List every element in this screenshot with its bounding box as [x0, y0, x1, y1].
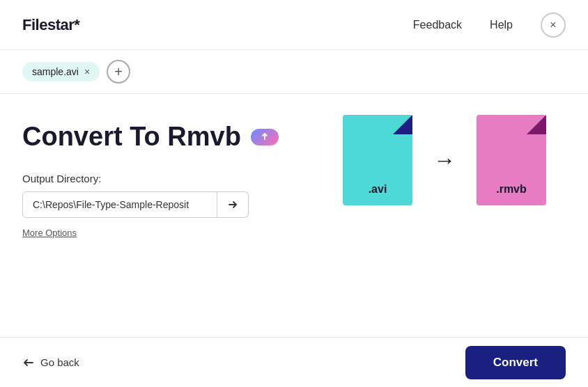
- add-file-button[interactable]: +: [107, 60, 130, 84]
- conversion-illustration: .avi → .rmvb: [343, 115, 546, 205]
- arrow-left-icon: [22, 356, 35, 369]
- avi-corner: [393, 115, 412, 134]
- footer: Go back Convert: [0, 337, 588, 387]
- file-tabs-bar: sample.avi × +: [0, 50, 588, 94]
- file-tag-close-button[interactable]: ×: [84, 67, 90, 77]
- close-icon: ×: [550, 19, 556, 31]
- target-file-card: .rmvb: [477, 115, 546, 205]
- title-badge: [251, 129, 279, 145]
- main-content: Convert To Rmvb Output Directory: More O…: [0, 94, 588, 337]
- conversion-arrow-icon: →: [433, 148, 456, 173]
- file-tag: sample.avi ×: [22, 62, 100, 81]
- upload-icon: [259, 132, 270, 143]
- page-title-text: Convert To Rmvb: [22, 122, 241, 152]
- more-options-link[interactable]: More Options: [22, 228, 77, 238]
- rmvb-corner: [527, 115, 546, 134]
- target-file-ext: .rmvb: [496, 183, 527, 196]
- feedback-link[interactable]: Feedback: [413, 19, 462, 31]
- source-file-ext: .avi: [369, 183, 387, 196]
- help-link[interactable]: Help: [490, 19, 513, 31]
- header-nav: Feedback Help ×: [413, 13, 566, 38]
- go-back-label: Go back: [40, 356, 79, 368]
- file-tag-label: sample.avi: [32, 66, 79, 77]
- app-logo: Filestar*: [22, 16, 79, 34]
- convert-button[interactable]: Convert: [465, 346, 566, 379]
- output-browse-button[interactable]: [217, 191, 249, 218]
- output-directory-input[interactable]: [22, 191, 217, 218]
- source-file-card: .avi: [343, 115, 412, 205]
- plus-icon: +: [114, 64, 123, 80]
- close-button[interactable]: ×: [541, 13, 566, 38]
- go-back-button[interactable]: Go back: [22, 356, 79, 369]
- header: Filestar* Feedback Help ×: [0, 0, 588, 50]
- arrow-right-icon: [227, 199, 238, 210]
